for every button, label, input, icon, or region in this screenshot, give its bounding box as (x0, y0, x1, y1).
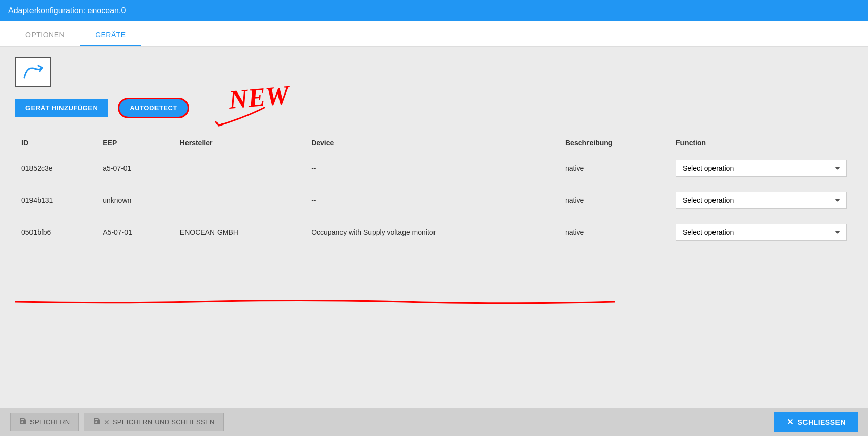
logo-icon (22, 64, 45, 81)
col-header-beschreibung: Beschreibung (559, 134, 670, 152)
save-close-icon (92, 417, 101, 427)
select-operation-dropdown[interactable]: Select operation (676, 224, 847, 241)
select-operation-dropdown[interactable]: Select operation (676, 192, 847, 209)
cell-id: 0501bfb6 (15, 216, 97, 248)
cell-device: Occupancy with Supply voltage monitor (305, 216, 559, 248)
cell-hersteller (174, 152, 305, 184)
col-header-eep: EEP (97, 134, 174, 152)
add-device-button[interactable]: GERÄT HINZUFÜGEN (15, 99, 108, 117)
main-content: NEW GERÄT HINZUFÜGEN AUTODETECT ID EEP H… (0, 47, 868, 408)
logo-box (15, 57, 51, 87)
cell-device: -- (305, 152, 559, 184)
cell-beschreibung: native (559, 216, 670, 248)
tab-geraete[interactable]: GERÄTE (80, 24, 141, 46)
autodetect-button[interactable]: AUTODETECT (118, 98, 189, 118)
x-icon: ✕ (104, 418, 110, 426)
col-header-id: ID (15, 134, 97, 152)
title-bar: Adapterkonfiguration: enocean.0 (0, 0, 868, 21)
col-header-function: Function (670, 134, 853, 152)
col-header-hersteller: Hersteller (174, 134, 305, 152)
select-operation-dropdown[interactable]: Select operation (676, 160, 847, 177)
close-button[interactable]: ✕ SCHLIESSEN (774, 412, 858, 432)
tab-bar: OPTIONEN GERÄTE (0, 21, 868, 47)
footer-left: SPEICHERN ✕ SPEICHERN UND SCHLIESSEN (10, 413, 224, 431)
save-button[interactable]: SPEICHERN (10, 413, 79, 431)
cell-beschreibung: native (559, 184, 670, 216)
save-icon (19, 417, 27, 427)
save-label: SPEICHERN (30, 418, 70, 426)
close-label: SCHLIESSEN (798, 418, 846, 426)
tab-optionen[interactable]: OPTIONEN (10, 24, 80, 46)
save-close-button[interactable]: ✕ SPEICHERN UND SCHLIESSEN (84, 413, 224, 431)
cell-function[interactable]: Select operation (670, 184, 853, 216)
red-underline-annotation (15, 297, 853, 306)
cell-function[interactable]: Select operation (670, 152, 853, 184)
device-table: ID EEP Hersteller Device Beschreibung Fu… (15, 134, 853, 248)
table-row: 0501bfb6A5-07-01ENOCEAN GMBHOccupancy wi… (15, 216, 853, 248)
table-header: ID EEP Hersteller Device Beschreibung Fu… (15, 134, 853, 152)
cell-id: 01852c3e (15, 152, 97, 184)
cell-id: 0194b131 (15, 184, 97, 216)
title-text: Adapterkonfiguration: enocean.0 (8, 6, 126, 15)
cell-function[interactable]: Select operation (670, 216, 853, 248)
save-close-label: SPEICHERN UND SCHLIESSEN (113, 418, 215, 426)
cell-hersteller: ENOCEAN GMBH (174, 216, 305, 248)
cell-device: -- (305, 184, 559, 216)
close-icon: ✕ (787, 417, 794, 427)
autodetect-wrapper: AUTODETECT (118, 98, 189, 118)
button-row: GERÄT HINZUFÜGEN AUTODETECT (15, 98, 853, 118)
logo-area (15, 57, 853, 87)
col-header-device: Device (305, 134, 559, 152)
cell-eep: unknown (97, 184, 174, 216)
footer: SPEICHERN ✕ SPEICHERN UND SCHLIESSEN ✕ S… (0, 408, 868, 436)
table-row: 01852c3ea5-07-01--nativeSelect operation (15, 152, 853, 184)
cell-eep: a5-07-01 (97, 152, 174, 184)
cell-eep: A5-07-01 (97, 216, 174, 248)
red-line-svg (15, 300, 615, 304)
cell-hersteller (174, 184, 305, 216)
cell-beschreibung: native (559, 152, 670, 184)
table-row: 0194b131unknown--nativeSelect operation (15, 184, 853, 216)
table-body: 01852c3ea5-07-01--nativeSelect operation… (15, 152, 853, 248)
